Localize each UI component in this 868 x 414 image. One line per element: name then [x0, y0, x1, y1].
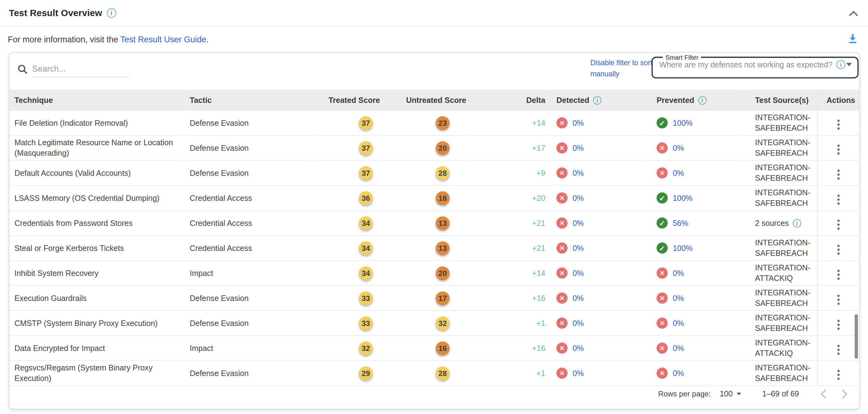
prevented-status-icon	[657, 368, 668, 379]
pagination-bar: Rows per page: 100 1–69 of 69	[9, 379, 859, 409]
treated-score-badge: 37	[359, 141, 373, 155]
prevented-status-icon	[657, 243, 668, 254]
smart-filter-info-icon[interactable]	[836, 60, 845, 69]
detected-percent-link[interactable]: 0%	[572, 268, 584, 278]
prevented-percent-link[interactable]: 0%	[673, 168, 684, 177]
treated-score-badge: 33	[359, 316, 373, 330]
row-actions-menu-button[interactable]	[837, 224, 840, 226]
untreated-score-badge: 20	[436, 266, 450, 280]
page-title: Test Result Overview	[9, 7, 102, 18]
table-row: File Deletion (Indicator Removal) Defens…	[9, 110, 859, 135]
detected-percent-link[interactable]: 0%	[572, 218, 584, 227]
row-actions-menu-button[interactable]	[837, 249, 840, 251]
title-bar: Test Result Overview	[0, 0, 868, 26]
chevron-down-icon	[737, 392, 741, 395]
prevented-info-icon[interactable]	[698, 96, 706, 104]
treated-score-badge: 32	[359, 341, 373, 355]
prevented-percent-link[interactable]: 100%	[673, 118, 692, 127]
collapse-section-button[interactable]	[848, 8, 859, 19]
detected-percent-link[interactable]: 0%	[572, 118, 584, 127]
treated-score-badge: 37	[359, 116, 373, 130]
treated-score-badge: 33	[359, 291, 373, 305]
tactic-cell: Defense Evasion	[185, 285, 313, 311]
detected-percent-link[interactable]: 0%	[572, 168, 584, 177]
detected-percent-link[interactable]: 0%	[572, 319, 584, 327]
table-row: Credentials from Password Stores Credent…	[9, 211, 859, 235]
untreated-score-badge: 32	[436, 316, 450, 330]
detected-percent-link[interactable]: 0%	[572, 293, 584, 302]
test-source-cell: INTEGRATION-SAFEBREACH	[744, 185, 817, 211]
untreated-score-badge: 17	[436, 291, 450, 305]
detected-percent-link[interactable]: 0%	[572, 193, 584, 202]
title-info-icon[interactable]	[106, 8, 116, 18]
technique-cell: Credentials from Password Stores	[14, 218, 180, 228]
row-actions-menu-button[interactable]	[837, 199, 840, 201]
table-header-row: Technique Tactic Treated Score Untreated…	[9, 90, 859, 110]
delta-value: +16	[532, 344, 545, 352]
row-actions-menu-button[interactable]	[837, 149, 840, 151]
source-info-icon[interactable]	[793, 219, 801, 227]
results-card: Disable filter to sort manually Smart Fi…	[9, 52, 860, 409]
user-guide-link[interactable]: Test Result User Guide	[120, 34, 206, 44]
prevented-status-icon	[657, 267, 668, 279]
delta-value: +16	[532, 293, 545, 302]
test-source-cell: INTEGRATION-SAFEBREACH	[744, 235, 817, 260]
smart-filter-dropdown[interactable]: Smart Filter Where are my defenses not w…	[652, 54, 859, 78]
prevented-percent-link[interactable]: 0%	[673, 144, 684, 152]
technique-cell: Execution Guardrails	[14, 293, 180, 304]
row-actions-menu-button[interactable]	[837, 299, 840, 301]
treated-score-badge: 36	[359, 191, 373, 205]
prevented-percent-link[interactable]: 0%	[673, 319, 684, 327]
table-row: Match Legitimate Resource Name or Locati…	[9, 135, 859, 160]
prevented-percent-link[interactable]: 56%	[673, 218, 688, 227]
table-row: Data Encrypted for Impact Impact 32 16 +…	[9, 336, 859, 360]
delta-value: +14	[532, 268, 545, 278]
column-header-prevented: Prevented	[647, 90, 744, 110]
row-actions-menu-button[interactable]	[837, 374, 840, 376]
row-actions-menu-button[interactable]	[837, 173, 840, 176]
technique-cell: LSASS Memory (OS Credential Dumping)	[14, 193, 180, 203]
detected-status-icon	[556, 243, 567, 254]
technique-cell: CMSTP (System Binary Proxy Execution)	[14, 318, 180, 328]
test-source-cell: 2 sources	[744, 211, 817, 235]
prevented-percent-link[interactable]: 0%	[673, 369, 684, 378]
test-source-cell: INTEGRATION-SAFEBREACH	[744, 110, 817, 135]
detected-percent-link[interactable]: 0%	[572, 369, 584, 378]
detected-status-icon	[556, 368, 567, 379]
untreated-score-badge: 28	[436, 166, 450, 180]
chevron-up-icon	[849, 10, 858, 16]
detected-status-icon	[556, 142, 567, 154]
detected-info-icon[interactable]	[593, 96, 601, 104]
table-row: Default Accounts (Valid Accounts) Defens…	[9, 160, 859, 185]
column-header-technique: Technique	[9, 90, 185, 110]
treated-score-badge: 37	[359, 166, 373, 180]
detected-status-icon	[556, 192, 567, 203]
delta-value: +21	[532, 218, 545, 227]
technique-cell: Default Accounts (Valid Accounts)	[14, 168, 180, 178]
prevented-percent-link[interactable]: 100%	[673, 244, 692, 252]
row-actions-menu-button[interactable]	[837, 324, 840, 326]
detected-percent-link[interactable]: 0%	[572, 244, 584, 252]
table-body: File Deletion (Indicator Removal) Defens…	[9, 110, 859, 386]
previous-page-button[interactable]	[817, 387, 830, 401]
search-input[interactable]	[32, 63, 129, 77]
prevented-percent-link[interactable]: 100%	[673, 193, 692, 202]
download-button[interactable]	[846, 32, 859, 45]
prevented-percent-link[interactable]: 0%	[673, 293, 684, 302]
detected-percent-link[interactable]: 0%	[572, 144, 584, 152]
detected-percent-link[interactable]: 0%	[572, 344, 584, 352]
prevented-status-icon	[657, 293, 668, 304]
row-actions-menu-button[interactable]	[837, 274, 840, 276]
row-actions-menu-button[interactable]	[837, 349, 840, 351]
prevented-percent-link[interactable]: 0%	[673, 344, 684, 352]
rows-per-page-select[interactable]: 100	[720, 389, 741, 398]
smart-filter-label: Smart Filter	[663, 54, 702, 61]
vertical-scrollbar-thumb[interactable]	[855, 314, 858, 359]
row-actions-menu-button[interactable]	[837, 124, 840, 126]
next-page-button[interactable]	[838, 387, 851, 401]
prevented-percent-link[interactable]: 0%	[673, 268, 684, 278]
prevented-status-icon	[657, 118, 668, 129]
disable-filter-link[interactable]: Disable filter to sort manually	[590, 57, 652, 79]
untreated-score-badge: 23	[436, 116, 450, 130]
detected-status-icon	[556, 343, 567, 354]
